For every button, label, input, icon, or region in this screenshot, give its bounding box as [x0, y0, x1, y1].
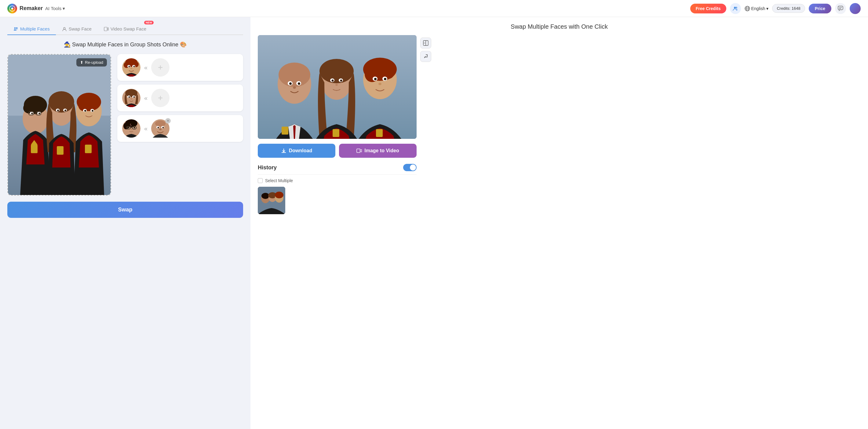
- face-source-1: [122, 58, 141, 76]
- svg-point-33: [57, 109, 59, 111]
- svg-rect-85: [282, 127, 288, 135]
- hermione-face-svg: [122, 89, 141, 107]
- face-source-3: [122, 119, 141, 138]
- reupload-button[interactable]: ⬆ Re-upload: [76, 58, 107, 67]
- svg-point-38: [78, 99, 89, 111]
- swap-button[interactable]: Swap: [7, 202, 243, 218]
- arrow-icon-1: «: [144, 64, 148, 71]
- tab-video-swap-face[interactable]: Video Swap Face NEW: [98, 23, 152, 35]
- users-icon: [733, 5, 739, 11]
- share-icon: [423, 54, 429, 59]
- svg-point-43: [92, 110, 93, 112]
- svg-point-92: [319, 59, 354, 83]
- chat-button[interactable]: [835, 3, 846, 14]
- action-buttons: Download Image to Video: [258, 144, 416, 158]
- svg-point-60: [129, 96, 130, 98]
- face-remove-3[interactable]: ×: [165, 118, 171, 124]
- header: Remaker AI Tools ▾ Free Credits Englis: [0, 0, 868, 17]
- svg-point-24: [38, 112, 40, 114]
- page-title: 🧙 Swap Multiple Faces in Group Shots Onl…: [7, 41, 243, 48]
- svg-point-61: [133, 96, 135, 98]
- svg-point-84: [279, 63, 310, 87]
- face-cards: « +: [117, 54, 243, 142]
- svg-rect-8: [838, 6, 843, 10]
- svg-rect-14: [104, 27, 107, 31]
- tab-swap-face[interactable]: Swap Face: [56, 23, 98, 35]
- svg-point-53: [133, 66, 135, 67]
- harry-face-svg: [122, 119, 141, 138]
- users-icon-button[interactable]: [730, 3, 741, 14]
- svg-point-52: [129, 66, 130, 67]
- svg-point-42: [84, 110, 86, 112]
- user-avatar-button[interactable]: [850, 3, 861, 14]
- select-multiple-label: Select Multiple: [265, 178, 293, 183]
- face-target-3[interactable]: ×: [151, 119, 169, 138]
- result-tools: [420, 35, 431, 139]
- tab-video-swap-face-label: Video Swap Face: [111, 26, 146, 31]
- history-thumb-svg-1: [258, 187, 285, 214]
- history-header: History: [258, 164, 416, 174]
- face-card-3: «: [117, 115, 243, 142]
- main-container: Multiple Faces Swap Face Video Swap Face…: [0, 17, 868, 429]
- compare-button[interactable]: [420, 37, 431, 48]
- left-panel: Multiple Faces Swap Face Video Swap Face…: [0, 17, 250, 429]
- swap-area: ⬆ Re-upload: [7, 54, 243, 196]
- free-credits-button[interactable]: Free Credits: [690, 4, 726, 13]
- price-button[interactable]: Price: [809, 4, 831, 13]
- credits-button[interactable]: Credits: 1648: [772, 4, 805, 13]
- swap-face-icon: [62, 27, 67, 31]
- svg-rect-35: [57, 146, 64, 155]
- svg-point-70: [128, 127, 129, 128]
- result-area: [258, 35, 861, 139]
- group-photo-svg: [8, 55, 111, 195]
- upload-icon: ⬆: [80, 60, 83, 65]
- svg-point-89: [298, 82, 300, 85]
- history-title: History: [258, 164, 277, 171]
- svg-point-11: [14, 27, 16, 29]
- svg-point-107: [384, 78, 386, 80]
- svg-point-119: [275, 192, 283, 198]
- svg-point-39: [89, 98, 99, 109]
- language-label: English: [751, 6, 765, 11]
- face-target-1[interactable]: +: [151, 58, 169, 76]
- face-target-2[interactable]: +: [151, 89, 169, 107]
- toggle-knob: [410, 164, 416, 171]
- svg-point-78: [158, 127, 159, 128]
- svg-point-88: [289, 82, 292, 85]
- svg-point-62: [131, 98, 132, 99]
- history-section: History Select Multiple: [258, 164, 416, 214]
- history-toggle[interactable]: [403, 164, 416, 171]
- tabs-bar: Multiple Faces Swap Face Video Swap Face…: [7, 23, 243, 35]
- svg-point-96: [332, 79, 334, 82]
- chat-icon: [838, 6, 843, 11]
- language-chevron-icon: ▾: [766, 6, 769, 11]
- svg-rect-44: [85, 144, 92, 153]
- multiple-faces-icon: [13, 27, 18, 31]
- history-item-1[interactable]: [258, 187, 285, 214]
- svg-point-30: [49, 91, 74, 112]
- share-button[interactable]: [420, 51, 431, 62]
- result-title: Swap Multiple Faces with One Click: [258, 23, 861, 30]
- ai-tools-menu[interactable]: AI Tools ▾: [45, 6, 65, 11]
- language-selector[interactable]: English ▾: [745, 6, 769, 11]
- face-card-1: « +: [117, 54, 243, 81]
- svg-point-97: [340, 79, 342, 82]
- tab-multiple-faces[interactable]: Multiple Faces: [7, 23, 56, 35]
- result-image-svg: [258, 35, 416, 139]
- svg-rect-28: [31, 144, 37, 153]
- svg-point-98: [335, 84, 338, 86]
- select-multiple-row[interactable]: Select Multiple: [258, 178, 416, 183]
- upload-box[interactable]: ⬆ Re-upload: [7, 54, 111, 196]
- svg-point-2: [736, 7, 737, 8]
- select-multiple-checkbox[interactable]: [258, 178, 263, 183]
- image-to-video-button[interactable]: Image to Video: [339, 144, 416, 158]
- arrow-icon-2: «: [144, 95, 148, 102]
- svg-point-106: [374, 78, 377, 80]
- right-panel: Swap Multiple Faces with One Click: [250, 17, 868, 429]
- download-button[interactable]: Download: [258, 144, 335, 158]
- header-right: Free Credits English ▾ Credits: 1648 Pri…: [690, 3, 861, 14]
- new-badge: NEW: [144, 21, 154, 24]
- image-to-video-icon: [356, 148, 362, 154]
- result-image-container: [258, 35, 416, 139]
- svg-point-102: [381, 66, 395, 79]
